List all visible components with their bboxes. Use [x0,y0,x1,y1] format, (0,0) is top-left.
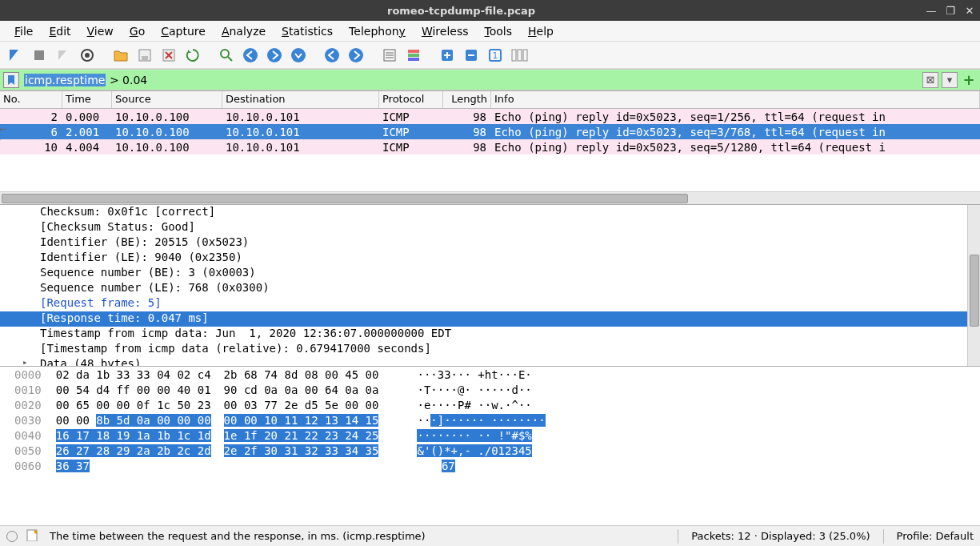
close-file-button[interactable] [158,45,179,66]
start-capture-button[interactable] [5,45,26,66]
menu-tools[interactable]: Tools [477,23,521,39]
detail-line[interactable]: [Timestamp from icmp data (relative): 0.… [0,342,980,357]
hex-row[interactable]: 002000 65 00 00 0f 1c 50 2300 03 77 2e d… [14,399,975,414]
detail-line[interactable]: [Checksum Status: Good] [0,220,980,235]
svg-rect-4 [142,56,148,60]
detail-line-selected[interactable]: [Response time: 0.047 ms] [0,311,980,327]
menu-capture[interactable]: Capture [153,23,214,39]
display-filter-bar: icmp.resptime > 0.04 ⊠ ▾ + [0,69,980,90]
col-header-no[interactable]: No. [0,91,62,108]
filter-clear-button[interactable]: ⊠ [922,72,938,88]
filter-add-button[interactable]: + [961,72,977,88]
colorize-button[interactable] [403,45,424,66]
packet-list-pane: No. Time Source Destination Protocol Len… [0,90,980,205]
menu-edit[interactable]: Edit [41,23,78,39]
col-header-destination[interactable]: Destination [222,91,379,108]
display-filter-input[interactable]: icmp.resptime > 0.04 [21,72,919,88]
filter-selected-text: icmp.resptime [24,74,106,86]
detail-line[interactable]: Identifier (LE): 9040 (0x2350) [0,251,980,266]
stop-capture-button[interactable] [29,45,50,66]
expert-info-icon[interactable] [6,531,18,542]
svg-rect-25 [518,50,522,61]
menu-wireless[interactable]: Wireless [414,23,477,39]
svg-point-2 [85,53,90,58]
next-packet-button[interactable] [264,45,285,66]
close-button[interactable]: ✕ [962,3,977,18]
menu-help[interactable]: Help [520,23,562,39]
packet-row-selected[interactable]: 6 2.001 10.10.0.100 10.10.0.101 ICMP 98 … [0,124,980,139]
detail-line-expandable[interactable]: ▸Data (48 bytes) [0,357,980,367]
svg-line-7 [228,57,232,61]
svg-point-9 [267,48,282,62]
reload-button[interactable] [182,45,203,66]
hex-row[interactable]: 003000 00 8b 5d 0a 00 00 0000 00 10 11 1… [14,414,975,429]
hex-row[interactable]: 001000 54 d4 ff 00 00 40 0190 cd 0a 0a 0… [14,383,975,399]
hex-row[interactable]: 004016 17 18 19 1a 1b 1c 1d1e 1f 20 21 2… [14,429,975,444]
zoom-out-button[interactable] [461,45,482,66]
first-packet-button[interactable] [322,45,342,66]
zoom-reset-button[interactable]: 1 [485,45,506,66]
edit-capture-comment-icon[interactable] [26,528,38,544]
statusbar-message: The time between the request and the res… [46,530,665,542]
open-file-button[interactable] [110,45,131,66]
svg-text:1: 1 [493,51,498,60]
hex-row[interactable]: 006036 3767 [14,460,975,475]
statusbar-profile[interactable]: Profile: Default [897,530,974,542]
menu-view[interactable]: View [79,23,122,39]
svg-rect-26 [523,50,527,61]
packet-row[interactable]: 2 0.000 10.10.0.100 10.10.0.101 ICMP 98 … [0,109,980,124]
svg-point-8 [243,48,258,62]
autoscroll-button[interactable] [379,45,400,66]
packet-bytes-pane[interactable]: 000002 da 1b 33 33 04 02 c42b 68 74 8d 0… [0,367,980,525]
col-header-info[interactable]: Info [491,91,980,108]
filter-bookmark-button[interactable] [3,72,19,88]
maximize-button[interactable]: ❐ [943,3,958,18]
svg-rect-0 [34,50,44,60]
packet-list-header[interactable]: No. Time Source Destination Protocol Len… [0,91,980,109]
capture-options-button[interactable] [77,45,98,66]
detail-line[interactable]: Checksum: 0x0f1c [correct] [0,205,980,220]
packet-row[interactable]: 10 4.004 10.10.0.100 10.10.0.101 ICMP 98… [0,139,980,155]
save-file-button[interactable] [134,45,155,66]
detail-line[interactable]: Timestamp from icmp data: Jun 1, 2020 12… [0,327,980,342]
menu-analyze[interactable]: Analyze [214,23,274,39]
svg-point-6 [221,50,229,58]
restart-capture-button[interactable] [53,45,74,66]
details-vscrollbar[interactable] [967,205,980,366]
menu-go[interactable]: Go [122,23,153,39]
col-header-protocol[interactable]: Protocol [379,91,443,108]
menu-file[interactable]: File [6,23,41,39]
col-header-length[interactable]: Length [443,91,491,108]
prev-packet-button[interactable] [240,45,261,66]
zoom-in-button[interactable] [437,45,458,66]
svg-rect-24 [512,50,516,61]
minimize-button[interactable]: — [924,3,938,18]
find-button[interactable] [216,45,237,66]
svg-point-12 [349,48,363,62]
detail-line[interactable]: Identifier (BE): 20515 (0x5023) [0,235,980,251]
col-header-time[interactable]: Time [62,91,112,108]
menu-statistics[interactable]: Statistics [274,23,341,39]
statusbar: The time between the request and the res… [0,525,980,546]
filter-dropdown-button[interactable]: ▾ [942,72,958,88]
menu-telephony[interactable]: Telephony [341,23,414,39]
window-title: romeo-tcpdump-file.pcap [3,5,919,17]
titlebar: romeo-tcpdump-file.pcap — ❐ ✕ [0,0,980,21]
goto-packet-button[interactable] [288,45,309,66]
svg-rect-19 [408,58,419,61]
toolbar: 1 [0,42,980,69]
detail-line-link[interactable]: [Request frame: 5] [0,296,980,311]
packet-list-body[interactable]: 2 0.000 10.10.0.100 10.10.0.101 ICMP 98 … [0,109,980,155]
detail-line[interactable]: Sequence number (BE): 3 (0x0003) [0,266,980,281]
related-packet-arrow-icon: ← · [0,124,11,145]
col-header-source[interactable]: Source [112,91,222,108]
menubar: File Edit View Go Capture Analyze Statis… [0,21,980,42]
resize-columns-button[interactable] [509,45,530,66]
chevron-right-icon[interactable]: ▸ [22,357,28,367]
hex-row[interactable]: 005026 27 28 29 2a 2b 2c 2d2e 2f 30 31 3… [14,444,975,460]
last-packet-button[interactable] [346,45,366,66]
detail-line[interactable]: Sequence number (LE): 768 (0x0300) [0,281,980,296]
hex-row[interactable]: 000002 da 1b 33 33 04 02 c42b 68 74 8d 0… [14,368,975,383]
packet-details-pane[interactable]: Checksum: 0x0f1c [correct] [Checksum Sta… [0,205,980,367]
packet-list-hscrollbar[interactable] [0,191,980,204]
